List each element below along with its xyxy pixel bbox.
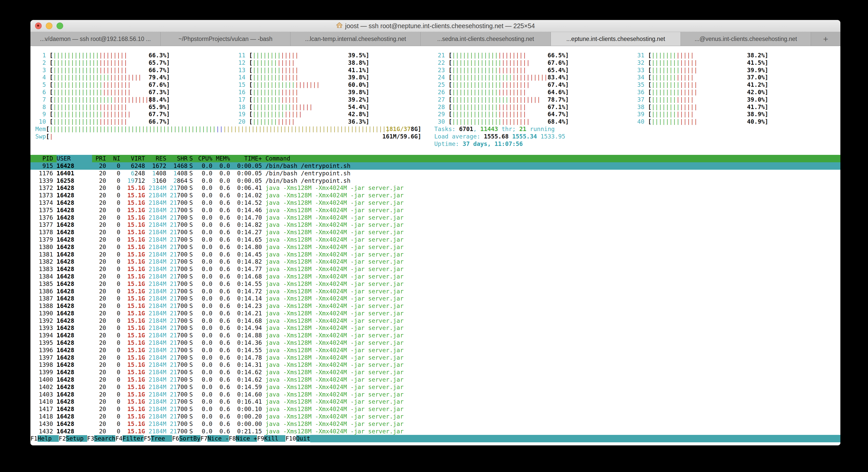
fkey-f6[interactable]: F6SortBy: [172, 435, 200, 442]
process-row-pid-1393[interactable]: 1393 1642820015.1G2184M21700S0.00.60:14.…: [30, 324, 840, 332]
cell-pid: 1378: [35, 229, 53, 236]
cpu-bar: |||||||||||||||||||||65.4%: [452, 66, 565, 74]
cpu-meter-core-18: 18[|||||||||||||||||54.4%]: [235, 104, 434, 111]
zoom-button[interactable]: [57, 23, 63, 29]
tab-6[interactable]: ...@venus.int-clients.cheesehosting.net: [681, 32, 811, 46]
process-row-pid-1402[interactable]: 1402 1642820015.1G2184M21700S0.00.60:14.…: [30, 383, 840, 391]
process-row-pid-1339[interactable]: 1339 162582001971231602864S0.00.00:00.05…: [30, 177, 840, 184]
cpu-bar: |||||||||||||||||||||64.6%: [452, 89, 565, 96]
cell-s: S: [187, 428, 195, 435]
process-row-pid-1392[interactable]: 1392 1642820015.1G2184M21700S0.00.60:14.…: [30, 317, 840, 325]
cell-s: S: [187, 199, 195, 207]
fkey-f2[interactable]: F2Setup: [59, 435, 87, 442]
cell-gap1: [53, 184, 57, 192]
column-header-res[interactable]: RES: [145, 155, 166, 162]
cell-gap1: [53, 295, 57, 302]
process-row-pid-1386[interactable]: 1386 1642820015.1G2184M21700S0.00.60:14.…: [30, 288, 840, 295]
column-header-s[interactable]: S: [187, 155, 195, 162]
fkey-f3[interactable]: F3Search: [87, 435, 116, 442]
cell-time: 0:00.00: [230, 420, 262, 428]
process-row-pid-1390[interactable]: 1390 1642820015.1G2184M21700S0.00.60:14.…: [30, 310, 840, 317]
column-header-cmd[interactable]: Command: [266, 155, 290, 162]
process-row-pid-1398[interactable]: 1398 1642820015.1G2184M21700S0.00.60:14.…: [30, 361, 840, 368]
tab-5[interactable]: ...eptune.int-clients.cheesehosting.net: [551, 32, 681, 46]
fkey-f10[interactable]: F10Quit: [285, 435, 310, 442]
new-tab-button[interactable]: +: [811, 32, 840, 46]
process-row-pid-1373[interactable]: 1373 1642820015.1G2184M21700S0.00.60:14.…: [30, 192, 840, 199]
cell-ni: 0: [106, 302, 120, 310]
process-row-pid-1387[interactable]: 1387 1642820015.1G2184M21700S0.00.60:14.…: [30, 295, 840, 302]
cell-shr: 21700: [166, 398, 187, 406]
process-row-pid-1382[interactable]: 1382 1642820015.1G2184M21700S0.00.60:14.…: [30, 258, 840, 265]
cell-time: 0:00.05: [230, 162, 262, 170]
cell-ni: 0: [106, 177, 120, 184]
cell-pid: 1375: [35, 207, 53, 214]
process-row-pid-1375[interactable]: 1375 1642820015.1G2184M21700S0.00.60:14.…: [30, 207, 840, 214]
cell-cpu: 0.0: [195, 339, 212, 347]
cpu-meter-row: 9[||||||||||||||||||||||67.7%]19[|||||||…: [30, 111, 840, 118]
tab-3[interactable]: ...lcan-temp.internal.cheesehosting.net: [290, 32, 421, 46]
process-row-pid-1381[interactable]: 1381 1642820015.1G2184M21700S0.00.60:14.…: [30, 251, 840, 258]
process-row-pid-1383[interactable]: 1383 1642820015.1G2184M21700S0.00.60:14.…: [30, 265, 840, 273]
column-header-ni[interactable]: NI: [106, 155, 120, 162]
process-row-pid-1403[interactable]: 1403 1642820015.1G2184M21700S0.00.60:14.…: [30, 391, 840, 398]
column-header-mem[interactable]: MEM%: [212, 155, 230, 162]
cell-gap2: [262, 192, 266, 199]
minimize-button[interactable]: [46, 23, 53, 29]
column-header-cpu[interactable]: CPU%: [195, 155, 212, 162]
cell-time: 0:06.41: [230, 184, 262, 192]
tab-2[interactable]: ~/PhpstormProjects/vulcan — -bash: [161, 32, 291, 46]
process-row-pid-1379[interactable]: 1379 1642820015.1G2184M21700S0.00.60:14.…: [30, 236, 840, 243]
close-button[interactable]: [35, 23, 42, 29]
cell-user: 16428: [57, 288, 92, 295]
cell-s: S: [187, 398, 195, 406]
process-row-pid-1399[interactable]: 1399 1642820015.1G2184M21700S0.00.60:14.…: [30, 368, 840, 376]
process-row-pid-1374[interactable]: 1374 1642820015.1G2184M21700S0.00.60:14.…: [30, 199, 840, 207]
process-row-pid-1176[interactable]: 1176 16401200624814081408S0.00.00:00.05 …: [30, 170, 840, 177]
process-row-pid-1400[interactable]: 1400 1642820015.1G2184M21700S0.00.60:14.…: [30, 376, 840, 383]
process-row-pid-1417[interactable]: 1417 1642820015.1G2184M21700S0.00.60:00.…: [30, 406, 840, 413]
cpu-percent: 60.0%: [348, 81, 366, 89]
process-row-pid-1418[interactable]: 1418 1642820015.1G2184M21700S0.00.60:00.…: [30, 413, 840, 420]
cell-gap1: [53, 310, 57, 317]
column-header-pid[interactable]: PID: [35, 155, 53, 162]
process-row-pid-1432[interactable]: 1432 1642820015.1G2184M21700S0.00.60:21.…: [30, 428, 840, 435]
process-row-pid-1378[interactable]: 1378 1642820015.1G2184M21700S0.00.60:14.…: [30, 229, 840, 236]
tab-4[interactable]: ...sedna.int-clients.cheesehosting.net: [421, 32, 551, 46]
process-row-pid-1397[interactable]: 1397 1642820015.1G2184M21700S0.00.60:14.…: [30, 354, 840, 361]
cell-virt: 15.1G: [120, 207, 145, 214]
process-row-pid-1395[interactable]: 1395 1642820015.1G2184M21700S0.00.60:14.…: [30, 339, 840, 347]
column-header-user[interactable]: USER: [57, 155, 92, 162]
cell-gap1: [53, 332, 57, 339]
fkey-f7[interactable]: F7Nice -: [200, 435, 229, 442]
column-header-shr[interactable]: SHR: [166, 155, 187, 162]
process-row-pid-1384[interactable]: 1384 1642820015.1G2184M21700S0.00.60:14.…: [30, 273, 840, 280]
process-row-pid-1372[interactable]: 1372 1642820015.1G2184M21700S0.00.60:06.…: [30, 184, 840, 192]
fkey-f4[interactable]: F4Filter: [115, 435, 144, 442]
htop-terminal[interactable]: 1[|||||||||||||||||||||66.3%]11[||||||||…: [30, 46, 840, 445]
process-row-pid-1410[interactable]: 1410 1642820015.1G2184M21700S0.00.60:16.…: [30, 398, 840, 406]
cell-pri: 20: [92, 310, 106, 317]
column-header-pri[interactable]: PRI: [92, 155, 106, 162]
fkey-f5[interactable]: F5Tree: [144, 435, 172, 442]
process-row-pid-915[interactable]: 915 16428200624816721468S0.00.00:00.05 /…: [30, 162, 840, 170]
process-row-pid-1388[interactable]: 1388 1642820015.1G2184M21700S0.00.60:14.…: [30, 302, 840, 310]
column-header-virt[interactable]: VIRT: [120, 155, 145, 162]
process-row-pid-1396[interactable]: 1396 1642820015.1G2184M21700S0.00.60:14.…: [30, 347, 840, 354]
process-row-pid-1394[interactable]: 1394 1642820015.1G2184M21700S0.00.60:14.…: [30, 332, 840, 339]
process-row-pid-1430[interactable]: 1430 1642820015.1G2184M21700S0.00.60:00.…: [30, 420, 840, 428]
fkey-f8[interactable]: F8Nice +: [229, 435, 257, 442]
process-row-pid-1377[interactable]: 1377 1642820015.1G2184M21700S0.00.60:14.…: [30, 221, 840, 229]
process-row-pid-1385[interactable]: 1385 1642820015.1G2184M21700S0.00.60:14.…: [30, 280, 840, 288]
tab-1[interactable]: ...v/daemon — ssh root@192.168.56.10 ...: [30, 32, 161, 46]
fkey-f1[interactable]: F1Help: [30, 435, 59, 442]
cell-shr: 21700: [166, 339, 187, 347]
cell-cmd: java -Xms128M -Xmx4024M -jar server.jar: [266, 214, 404, 222]
column-header-time[interactable]: TIME+: [230, 155, 262, 162]
cpu-meter-core-40: 40[|||||||||||||40.9%]: [634, 118, 833, 125]
process-row-pid-1380[interactable]: 1380 1642820015.1G2184M21700S0.00.60:14.…: [30, 243, 840, 251]
process-row-pid-1376[interactable]: 1376 1642820015.1G2184M21700S0.00.60:14.…: [30, 214, 840, 222]
cell-time: 0:14.68: [230, 273, 262, 280]
fkey-f9[interactable]: F9Kill: [257, 435, 285, 442]
cpu-percent: 78.7%: [548, 96, 565, 104]
